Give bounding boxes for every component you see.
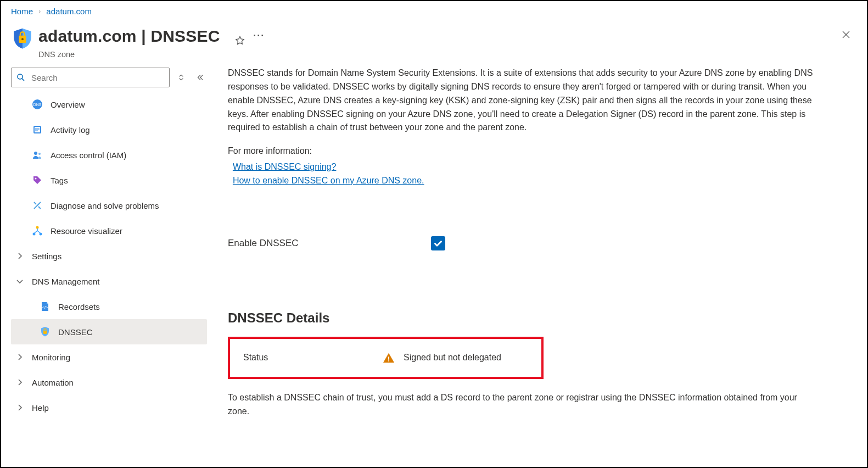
sidebar-item-label: Help — [32, 402, 49, 414]
status-footnote: To establish a DNSSEC chain of trust, yo… — [228, 391, 821, 419]
recordsets-icon: </> — [40, 301, 51, 312]
sidebar: DNS Overview Activity log Access control… — [1, 64, 212, 468]
sidebar-item-tags[interactable]: Tags — [11, 168, 207, 193]
link-how-to-enable[interactable]: How to enable DNSSEC on my Azure DNS zon… — [233, 174, 424, 188]
enable-dnssec-label: Enable DNSSEC — [228, 236, 431, 250]
favorite-star-icon[interactable] — [234, 29, 245, 40]
status-value: Signed but not delegated — [404, 351, 501, 365]
warning-icon — [383, 352, 395, 364]
more-icon[interactable]: ··· — [253, 29, 264, 40]
page-subtitle: DNS zone — [38, 49, 264, 60]
sidebar-item-label: DNSSEC — [58, 326, 93, 338]
sidebar-item-recordsets[interactable]: </> Recordsets — [11, 294, 207, 319]
chevron-right-icon — [15, 353, 24, 361]
page-title: adatum.com | DNSSEC ··· — [38, 25, 264, 48]
dnssec-icon — [40, 326, 51, 337]
overview-icon: DNS — [32, 99, 43, 110]
sidebar-item-label: DNS Management — [32, 276, 99, 287]
sidebar-item-label: Resource visualizer — [51, 225, 122, 237]
visualizer-icon — [32, 225, 43, 236]
sidebar-item-label: Recordsets — [58, 301, 100, 313]
collapse-sidebar-icon[interactable] — [193, 70, 207, 85]
sidebar-item-diagnose[interactable]: Diagnose and solve problems — [11, 193, 207, 218]
sidebar-item-monitoring[interactable]: Monitoring — [11, 344, 207, 370]
search-input[interactable] — [30, 73, 165, 83]
breadcrumb-zone[interactable]: adatum.com — [46, 7, 92, 16]
sidebar-item-label: Diagnose and solve problems — [51, 200, 159, 211]
svg-rect-15 — [388, 356, 389, 360]
enable-dnssec-checkbox[interactable] — [431, 236, 445, 250]
link-what-is-dnssec[interactable]: What is DNSSEC signing? — [233, 160, 337, 174]
diagnose-icon — [32, 200, 43, 211]
status-label: Status — [243, 351, 383, 365]
svg-point-9 — [35, 178, 37, 180]
sidebar-item-iam[interactable]: Access control (IAM) — [11, 142, 207, 168]
svg-point-2 — [18, 74, 23, 79]
sidebar-item-label: Monitoring — [32, 352, 70, 363]
svg-rect-16 — [388, 360, 389, 361]
chevron-down-icon — [15, 277, 24, 286]
title-page: DNSSEC — [150, 27, 220, 45]
sidebar-item-overview[interactable]: DNS Overview — [11, 92, 207, 117]
page-header: adatum.com | DNSSEC ··· DNS zone — [1, 19, 867, 64]
dnssec-details-title: DNSSEC Details — [228, 308, 847, 328]
svg-point-10 — [36, 226, 39, 229]
sidebar-item-label: Tags — [51, 175, 68, 186]
sidebar-search[interactable] — [11, 68, 170, 87]
svg-point-7 — [34, 152, 37, 155]
sidebar-item-automation[interactable]: Automation — [11, 370, 207, 395]
expand-collapse-icon[interactable] — [174, 70, 188, 85]
sidebar-item-help[interactable]: Help — [11, 395, 207, 420]
chevron-right-icon — [15, 378, 24, 387]
sidebar-item-visualizer[interactable]: Resource visualizer — [11, 218, 207, 243]
sidebar-item-label: Settings — [32, 250, 61, 262]
svg-rect-14 — [43, 331, 47, 334]
title-zone: adatum.com — [38, 27, 137, 45]
search-icon — [16, 73, 26, 82]
breadcrumb: Home › adatum.com — [1, 1, 867, 19]
svg-point-1 — [21, 38, 24, 40]
check-icon — [433, 238, 443, 248]
sidebar-item-activity-log[interactable]: Activity log — [11, 117, 207, 142]
sidebar-item-dns-management[interactable]: DNS Management — [11, 269, 207, 294]
sidebar-item-label: Overview — [51, 99, 85, 110]
chevron-right-icon — [15, 252, 24, 260]
svg-point-8 — [38, 153, 41, 155]
dnssec-shield-icon — [11, 27, 34, 50]
content-area: DNSSEC stands for Domain Name System Sec… — [212, 64, 867, 468]
status-highlight: Status Signed but not delegated — [228, 337, 544, 379]
sidebar-item-settings[interactable]: Settings — [11, 243, 207, 269]
intro-text: DNSSEC stands for Domain Name System Sec… — [228, 66, 821, 135]
iam-icon — [32, 149, 43, 160]
breadcrumb-sep: › — [38, 8, 41, 15]
breadcrumb-home[interactable]: Home — [11, 7, 33, 16]
more-info-label: For more information: — [228, 144, 847, 158]
tags-icon — [32, 175, 43, 186]
sidebar-item-label: Activity log — [51, 124, 90, 136]
chevron-right-icon — [15, 403, 24, 412]
sidebar-item-label: Automation — [32, 377, 74, 388]
svg-text:</>: </> — [42, 305, 48, 309]
activity-log-icon — [32, 124, 43, 135]
sidebar-item-label: Access control (IAM) — [51, 149, 126, 161]
close-button[interactable] — [838, 27, 854, 42]
sidebar-item-dnssec[interactable]: DNSSEC — [11, 319, 207, 344]
svg-text:DNS: DNS — [33, 103, 42, 107]
